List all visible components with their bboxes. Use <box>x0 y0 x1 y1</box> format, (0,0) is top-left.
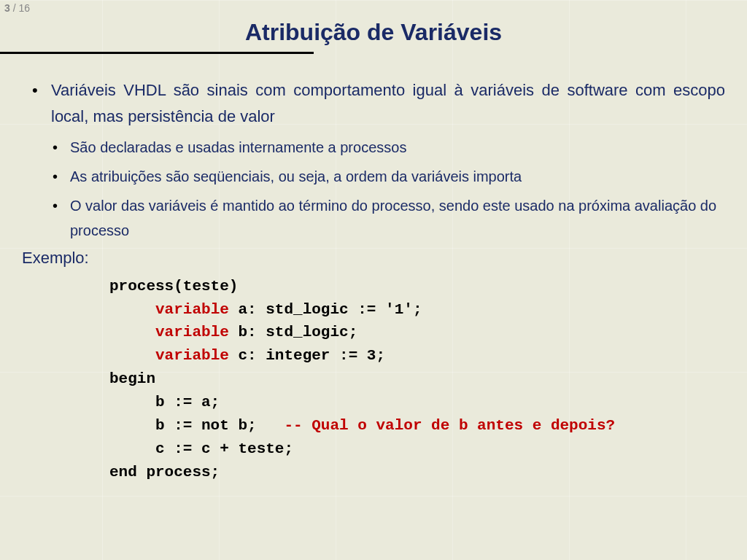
page-indicator: 3 / 16 <box>4 2 30 14</box>
example-label: Exemplo: <box>22 249 725 268</box>
code-line-1: process(teste) <box>109 278 238 295</box>
page-sep: / <box>10 2 19 14</box>
sub-bullet-3: O valor das variáveis é mantido ao térmi… <box>22 193 725 243</box>
title-rule <box>0 52 314 54</box>
code-line-5: begin <box>109 370 155 387</box>
code-line-6: b := a; <box>109 394 220 411</box>
slide-content: Variáveis VHDL são sinais com comportame… <box>0 77 747 484</box>
code-line-3: b: std_logic; <box>229 324 357 341</box>
keyword-variable-1: variable <box>155 301 229 318</box>
bullet-list: Variáveis VHDL são sinais com comportame… <box>22 77 725 131</box>
code-line-4: c: integer := 3; <box>229 347 385 364</box>
bullet-main: Variáveis VHDL são sinais com comportame… <box>22 77 725 131</box>
code-comment: -- Qual o valor de b antes e depois? <box>284 417 615 434</box>
sub-bullet-1: São declaradas e usadas internamente a p… <box>22 135 725 160</box>
code-block: process(teste) variable a: std_logic := … <box>22 275 725 484</box>
sub-bullet-list: São declaradas e usadas internamente a p… <box>22 135 725 243</box>
sub-bullet-2: As atribuições são seqüenciais, ou seja,… <box>22 164 725 189</box>
keyword-variable-3: variable <box>155 347 229 364</box>
code-line-9: end process; <box>109 464 220 481</box>
code-line-8: c := c + teste; <box>109 440 293 457</box>
code-line-7a: b := not b; <box>109 417 284 434</box>
code-line-2: a: std_logic := '1'; <box>229 301 422 318</box>
page-current: 3 <box>4 2 10 14</box>
page-total: 16 <box>18 2 30 14</box>
keyword-variable-2: variable <box>155 324 229 341</box>
slide-title: Atribuição de Variáveis <box>0 19 747 46</box>
